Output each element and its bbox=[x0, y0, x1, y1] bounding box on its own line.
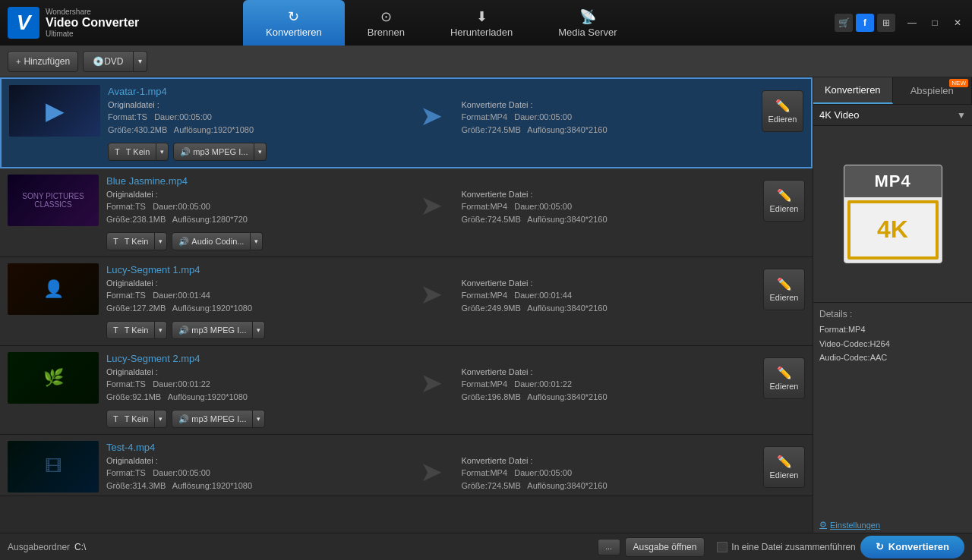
settings-link[interactable]: ⚙ Einstellungen bbox=[813, 517, 972, 533]
file-list[interactable]: ▶ Avatar-1.mp4 Originaldatei : Format:TS… bbox=[0, 77, 813, 533]
file-item-4-bottom: T T Kein ▾ 🔊 mp3 MPEG I... ▾ bbox=[0, 407, 813, 434]
orig-format-2: Format:TS bbox=[106, 202, 146, 211]
thumb-icon-1: ▶ bbox=[9, 85, 100, 137]
titlebar: V Wondershare Video Converter Ultimate ↻… bbox=[0, 0, 972, 46]
file-item-1[interactable]: ▶ Avatar-1.mp4 Originaldatei : Format:TS… bbox=[0, 77, 813, 168]
edit-button-4[interactable]: ✏️ Edieren bbox=[763, 357, 805, 399]
file-info-5: Test-4.mp4 Originaldatei : Format:TS Dau… bbox=[106, 442, 756, 492]
file-name-3: Lucy-Segment 1.mp4 bbox=[106, 264, 756, 275]
convert-button[interactable]: ↻ Konvertieren bbox=[860, 536, 964, 558]
file-item-2[interactable]: SONY PICTURES CLASSICS Blue Jasmine.mp4 … bbox=[0, 168, 813, 257]
audio-arrow-2[interactable]: ▾ bbox=[251, 232, 263, 250]
facebook-icon[interactable]: f bbox=[856, 14, 874, 32]
conv-format-5: Format:MP4 bbox=[462, 468, 508, 477]
dvd-dropdown-arrow[interactable]: ▾ bbox=[134, 51, 147, 72]
audio-main-1[interactable]: 🔊 mp3 MPEG I... bbox=[173, 143, 254, 161]
subtitle-arrow-4[interactable]: ▾ bbox=[155, 410, 167, 428]
share-icon[interactable]: ⊞ bbox=[877, 14, 895, 32]
edit-button-1[interactable]: ✏️ Edieren bbox=[762, 90, 803, 132]
tab-media-server[interactable]: 📡 Media Server bbox=[535, 0, 639, 46]
audio-arrow-1[interactable]: ▾ bbox=[254, 143, 267, 161]
orig-size-2: Größe:238.1MB bbox=[106, 215, 166, 224]
merge-checkbox-area[interactable]: In eine Datei zusammenführen bbox=[717, 542, 855, 552]
add-button[interactable]: + Hinzufügen bbox=[8, 51, 78, 72]
maximize-button[interactable]: □ bbox=[924, 14, 945, 31]
disc-icon: 💿 bbox=[93, 56, 104, 67]
orig-duration-4: Dauer:00:01:22 bbox=[153, 379, 210, 389]
orig-format-3: Format:TS bbox=[106, 291, 146, 300]
audio-arrow-3[interactable]: ▾ bbox=[253, 321, 265, 339]
output-path: C:\ bbox=[74, 542, 592, 552]
edit-button-5[interactable]: ✏️ Edieren bbox=[763, 446, 805, 488]
audio-main-3[interactable]: 🔊 mp3 MPEG I... bbox=[172, 321, 253, 339]
subtitle-t-icon: T bbox=[115, 147, 120, 156]
mp4-4k-area: 4K bbox=[847, 200, 939, 260]
conv-format-2: Format:MP4 bbox=[462, 202, 508, 211]
subtitle-main-2[interactable]: T T Kein bbox=[106, 232, 155, 250]
merge-checkbox[interactable] bbox=[717, 542, 727, 552]
open-output-button[interactable]: Ausgabe öffnen bbox=[625, 537, 705, 557]
convert-arrow-3: ➤ bbox=[409, 278, 454, 310]
file-item-2-bottom: T T Kein ▾ 🔊 Audio Codin... ▾ bbox=[0, 229, 813, 256]
audio-arrow-4[interactable]: ▾ bbox=[253, 410, 265, 428]
file-item-3-bottom: T T Kein ▾ 🔊 mp3 MPEG I... ▾ bbox=[0, 318, 813, 345]
edit-icon-5: ✏️ bbox=[777, 455, 792, 469]
file-details-row-2: Originaldatei : Format:TS Dauer:00:05:00… bbox=[106, 190, 756, 225]
file-thumb-4: 🌿 bbox=[8, 352, 99, 404]
minimize-button[interactable]: — bbox=[901, 14, 923, 31]
tab-brennen[interactable]: ⊙ Brennen bbox=[345, 0, 428, 46]
right-tab-abspielen[interactable]: Abspielen NEW bbox=[893, 77, 973, 104]
format-selector[interactable]: 4K Video ▼ bbox=[813, 105, 972, 126]
mp4-4k-label: 4K bbox=[877, 216, 908, 244]
format-name: 4K Video bbox=[819, 109, 860, 121]
cart-icon[interactable]: 🛒 bbox=[835, 14, 853, 32]
subtitle-main-3[interactable]: T T Kein bbox=[106, 321, 155, 339]
conv-size-1: Größe:724.5MB bbox=[462, 125, 521, 134]
thumb-icon-4: 🌿 bbox=[8, 352, 99, 404]
file-item-3[interactable]: 👤 Lucy-Segment 1.mp4 Originaldatei : For… bbox=[0, 257, 813, 346]
format-dropdown-icon: ▼ bbox=[957, 110, 966, 121]
file-name-2: Blue Jasmine.mp4 bbox=[106, 175, 756, 187]
orig-duration-2: Dauer:00:05:00 bbox=[153, 202, 210, 211]
close-button[interactable]: ✕ bbox=[947, 14, 968, 31]
orig-duration-1: Dauer:00:05:00 bbox=[154, 112, 212, 121]
audio-main-2[interactable]: 🔊 Audio Codin... bbox=[172, 232, 251, 250]
right-tab-konvertieren[interactable]: Konvertieren bbox=[813, 77, 893, 104]
tab-herunterladen[interactable]: ⬇ Herunterladen bbox=[428, 0, 535, 46]
audio-note-icon-4: 🔊 bbox=[178, 414, 189, 424]
conv-resolution-3: Auflösung:3840*2160 bbox=[527, 304, 607, 313]
edit-button-2[interactable]: ✏️ Edieren bbox=[763, 180, 805, 222]
edit-button-3[interactable]: ✏️ Edieren bbox=[763, 269, 805, 310]
file-conv-5: Konvertierte Datei : Format:MP4 Dauer:00… bbox=[462, 456, 756, 492]
convert-arrow-5: ➤ bbox=[409, 456, 454, 488]
dvd-button[interactable]: 💿 DVD bbox=[83, 51, 133, 72]
orig-format-1: Format:TS bbox=[108, 112, 147, 121]
file-orig-4: Originaldatei : Format:TS Dauer:00:01:22… bbox=[106, 367, 401, 403]
file-details-row-3: Originaldatei : Format:TS Dauer:00:01:44… bbox=[106, 278, 756, 314]
dots-button[interactable]: ... bbox=[598, 539, 620, 555]
dvd-label: DVD bbox=[104, 56, 123, 67]
file-item-5[interactable]: 🎞 Test-4.mp4 Originaldatei : Format:TS D… bbox=[0, 435, 813, 496]
subtitle-arrow-1[interactable]: ▾ bbox=[156, 143, 169, 161]
subtitle-main-1[interactable]: T T Kein bbox=[108, 143, 156, 161]
audio-select-4: 🔊 mp3 MPEG I... ▾ bbox=[172, 410, 265, 428]
audio-main-4[interactable]: 🔊 mp3 MPEG I... bbox=[172, 410, 253, 428]
edit-icon-4: ✏️ bbox=[777, 366, 792, 380]
orig-size-3: Größe:127.2MB bbox=[106, 304, 166, 313]
statusbar: Ausgabeordner C:\ ... Ausgabe öffnen In … bbox=[0, 533, 972, 560]
audio-select-3: 🔊 mp3 MPEG I... ▾ bbox=[172, 321, 265, 339]
konvertieren-icon: ↻ bbox=[288, 8, 299, 25]
conv-size-4: Größe:196.8MB bbox=[462, 392, 521, 401]
file-details-row-4: Originaldatei : Format:TS Dauer:00:01:22… bbox=[106, 367, 756, 403]
file-item-4[interactable]: 🌿 Lucy-Segment 2.mp4 Originaldatei : For… bbox=[0, 346, 813, 435]
subtitle-arrow-3[interactable]: ▾ bbox=[155, 321, 167, 339]
subtitle-main-4[interactable]: T T Kein bbox=[106, 410, 155, 428]
audio-value-1: mp3 MPEG I... bbox=[193, 147, 248, 156]
tab-konvertieren[interactable]: ↻ Konvertieren bbox=[243, 0, 345, 46]
edit-label-1: Edieren bbox=[768, 115, 797, 124]
logo-text: Wondershare Video Converter Ultimate bbox=[46, 8, 139, 38]
subtitle-t-icon-3: T bbox=[113, 326, 118, 335]
subtitle-arrow-2[interactable]: ▾ bbox=[155, 232, 167, 250]
orig-resolution-3: Auflösung:1920*1080 bbox=[172, 304, 252, 313]
audio-select-1: 🔊 mp3 MPEG I... ▾ bbox=[173, 143, 267, 161]
